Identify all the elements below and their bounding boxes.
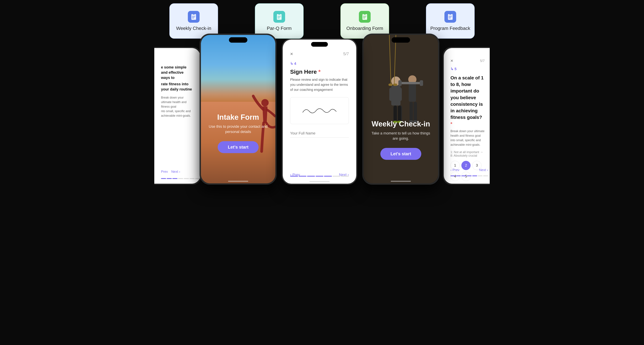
left-partial-footer: Prev Next › xyxy=(161,170,200,174)
weekly-text-area: Weekly Check-in Take a moment to tell us… xyxy=(364,120,438,160)
left-partial-text2: rate fitness into your daily routine xyxy=(161,82,194,92)
right-progress-bar xyxy=(450,175,488,176)
feedback-label: Program Feedback xyxy=(430,26,470,31)
signature-svg xyxy=(299,104,340,117)
left-partial-text1: e some simple and effective ways to xyxy=(161,65,194,80)
intake-text-area: Intake Form Use this to provide your con… xyxy=(201,113,276,153)
scale-arrow-icon: ↳ xyxy=(450,67,454,71)
svg-rect-16 xyxy=(449,14,451,15)
intake-start-button[interactable]: Let's start xyxy=(218,141,258,153)
intake-home-indicator xyxy=(228,181,248,182)
right-partial-phone: × 5/7 ↳ 5 On a scale of 1 to 8, how impo… xyxy=(443,47,490,185)
progress-seg-5 xyxy=(184,178,189,179)
scale-btn-4[interactable]: 4 xyxy=(450,172,460,181)
sign-here-title: Sign Here * xyxy=(290,69,349,75)
left-progress-bar xyxy=(161,178,200,179)
full-name-input[interactable] xyxy=(290,129,349,138)
scale-num: 5 xyxy=(454,67,456,71)
feedback-icon xyxy=(444,11,456,23)
parq-label: Par-Q Form xyxy=(267,26,292,31)
svg-rect-11 xyxy=(364,14,366,15)
weekly-background: Weekly Check-in Take a moment to tell us… xyxy=(364,35,438,183)
scale-range-label: 1: Not at all important → 8: Absolutely … xyxy=(450,150,485,157)
intake-background: Intake Form Use this to provide your con… xyxy=(201,35,276,183)
center-dynamic-island xyxy=(311,42,328,47)
form-cards-row: Weekly Check-in Par-Q Form xyxy=(0,0,644,39)
weekly-title: Weekly Check-in xyxy=(370,120,431,128)
scale-question-number: ↳ 5 xyxy=(450,67,485,71)
intake-title: Intake Form xyxy=(208,113,269,121)
progress-seg-4 xyxy=(178,178,183,179)
intake-phone: Intake Form Use this to provide your con… xyxy=(200,34,277,185)
card-box-feedback: Program Feedback xyxy=(426,3,474,39)
weekly-phone: Weekly Check-in Take a moment to tell us… xyxy=(362,34,440,185)
right-prev-btn[interactable]: ‹ Prev xyxy=(450,168,459,172)
svg-rect-6 xyxy=(278,14,280,15)
intake-subtitle: Use this to provide your contact and per… xyxy=(208,124,269,135)
left-partial-slot: e some simple and effective ways to rate… xyxy=(154,47,201,185)
onboarding-form-card[interactable]: Onboarding Form xyxy=(340,3,389,39)
center-progress-bar xyxy=(290,176,349,177)
center-home-indicator xyxy=(310,181,330,182)
required-star: * xyxy=(318,69,320,75)
onboarding-label: Onboarding Form xyxy=(346,26,383,31)
step-indicator: 5/7 xyxy=(343,52,349,56)
sign-here-description: Please review and sign to indicate that … xyxy=(290,77,349,92)
card-box-weekly: Weekly Check-in xyxy=(170,3,218,39)
sign-here-screen: × 5/7 ↳ 4 Sign Here * Please review a xyxy=(283,40,356,184)
right-footer: ‹ Prev Next › xyxy=(450,168,488,172)
scale-description: Break down your ultimate health and fitn… xyxy=(450,129,485,147)
card-box-onboarding: Onboarding Form xyxy=(340,3,389,39)
weekly-phone-slot: Weekly Check-in Take a moment to tell us… xyxy=(362,34,440,185)
question-number-label: ↳ 4 xyxy=(290,62,349,66)
parq-icon xyxy=(273,11,285,23)
left-next-btn[interactable]: Next › xyxy=(171,170,180,174)
scale-question-title: On a scale of 1 to 8, how important do y… xyxy=(450,75,484,120)
progress-seg-2 xyxy=(167,178,172,179)
parq-form-card[interactable]: Par-Q Form xyxy=(255,3,304,39)
center-phone-slot: × 5/7 ↳ 4 Sign Here * Please review a xyxy=(282,39,357,185)
weekly-home-indicator xyxy=(391,181,411,182)
card-box-parq: Par-Q Form xyxy=(255,3,304,39)
svg-point-20 xyxy=(261,99,269,106)
onboarding-icon xyxy=(359,11,371,23)
progress-seg-3 xyxy=(172,178,178,179)
center-header: × 5/7 xyxy=(290,51,349,56)
progress-seg-6 xyxy=(190,178,194,179)
sign-here-title-text: Sign Here xyxy=(290,69,317,75)
center-screen: × 5/7 ↳ 4 Sign Here * Please review a xyxy=(283,40,356,184)
weekly-dynamic-island xyxy=(392,37,410,43)
weekly-subtitle: Take a moment to tell us how things are … xyxy=(370,131,431,141)
signature-box[interactable] xyxy=(290,97,349,124)
question-num: 4 xyxy=(294,62,296,66)
svg-rect-1 xyxy=(193,14,195,15)
intake-dynamic-island xyxy=(229,37,247,43)
weekly-screen: Weekly Check-in Take a moment to tell us… xyxy=(364,35,438,183)
right-partial-screen: × 5/7 ↳ 5 On a scale of 1 to 8, how impo… xyxy=(444,48,490,184)
left-prev-btn[interactable]: Prev xyxy=(161,170,168,174)
right-partial-slot: × 5/7 ↳ 5 On a scale of 1 to 8, how impo… xyxy=(443,47,490,185)
scale-required-star: * xyxy=(450,121,452,126)
phones-row: e some simple and effective ways to rate… xyxy=(0,34,644,185)
right-header: × 5/7 xyxy=(450,58,485,64)
intake-screen: Intake Form Use this to provide your con… xyxy=(201,35,276,183)
scale-btn-5[interactable]: 5 xyxy=(461,172,470,181)
left-partial-desc2: nto small, specific and achievable mini-… xyxy=(161,109,194,118)
right-next-btn[interactable]: Next › xyxy=(479,168,488,172)
right-close-btn[interactable]: × xyxy=(450,58,453,64)
left-partial-phone: e some simple and effective ways to rate… xyxy=(154,47,201,185)
progress-seg-1 xyxy=(161,178,166,179)
right-step-indicator: 5/7 xyxy=(480,59,485,63)
corner-arrow-icon: ↳ xyxy=(290,62,293,66)
left-partial-screen: e some simple and effective ways to rate… xyxy=(154,48,200,184)
center-phone: × 5/7 ↳ 4 Sign Here * Please review a xyxy=(282,39,357,185)
program-feedback-card[interactable]: Program Feedback xyxy=(426,3,474,39)
weekly-checkin-icon xyxy=(188,11,200,23)
weekly-checkin-label: Weekly Check-in xyxy=(176,26,211,31)
weekly-start-button[interactable]: Let's start xyxy=(380,148,421,160)
weekly-checkin-card[interactable]: Weekly Check-in xyxy=(170,3,218,39)
scale-question-text: On a scale of 1 to 8, how important do y… xyxy=(450,75,485,127)
intake-phone-slot: Intake Form Use this to provide your con… xyxy=(200,34,277,185)
left-partial-desc1: Break down your ultimate health and fitn… xyxy=(161,95,194,109)
close-button[interactable]: × xyxy=(290,51,293,56)
